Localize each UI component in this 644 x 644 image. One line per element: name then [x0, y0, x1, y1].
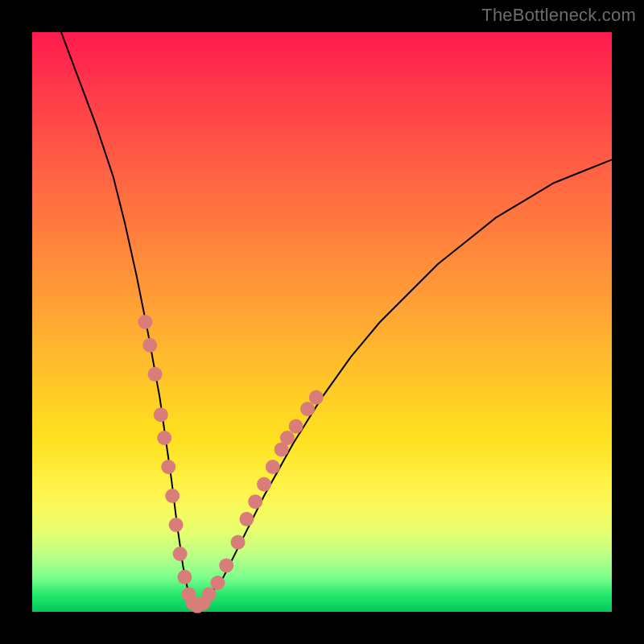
- curve-marker: [154, 407, 168, 422]
- curve-marker: [231, 535, 246, 550]
- plot-area: [32, 32, 612, 612]
- curve-marker: [239, 512, 254, 526]
- watermark-text: TheBottleneck.com: [481, 5, 636, 26]
- curve-marker: [148, 367, 163, 382]
- curve-marker: [289, 419, 303, 434]
- curve-marker: [169, 518, 184, 532]
- curve-marker: [266, 460, 280, 474]
- curve-marker: [138, 315, 152, 329]
- curve-layer: [32, 32, 612, 612]
- curve-marker: [210, 576, 225, 590]
- curve-marker: [161, 460, 175, 474]
- curve-marker: [165, 489, 180, 503]
- chart-frame: TheBottleneck.com: [0, 0, 644, 644]
- curve-marker: [300, 402, 315, 416]
- curve-marker: [309, 390, 324, 405]
- curve-marker: [219, 558, 233, 572]
- curve-marker: [257, 477, 271, 492]
- curve-marker: [177, 570, 192, 584]
- marker-group: [138, 315, 323, 613]
- curve-marker: [248, 494, 262, 509]
- curve-marker: [280, 431, 295, 445]
- curve-marker: [142, 338, 157, 353]
- curve-marker: [157, 431, 171, 445]
- curve-marker: [173, 547, 188, 561]
- curve-marker: [202, 587, 217, 601]
